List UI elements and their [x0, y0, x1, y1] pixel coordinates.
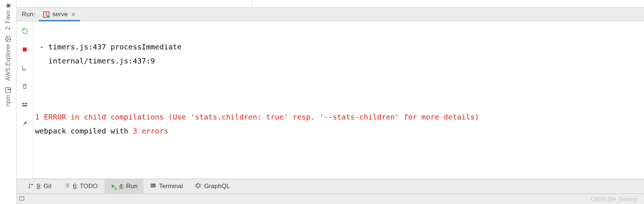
svg-rect-6 [151, 183, 156, 187]
pin-button[interactable] [20, 118, 30, 128]
git-icon [28, 183, 34, 190]
run-panel-title: Run: [18, 11, 39, 18]
list-icon [64, 183, 70, 190]
npm-icon [5, 87, 11, 93]
bottom-tab-todo[interactable]: 6: TODO [58, 179, 104, 193]
status-bar: CSDN @H_Dsheng [17, 194, 644, 204]
close-icon[interactable]: ✕ [71, 11, 76, 18]
console-error-line: 1 ERROR in child compilations (Use 'stat… [35, 113, 479, 121]
stop-button[interactable] [20, 44, 30, 55]
sidebar-item-npm[interactable]: npm [5, 85, 11, 108]
console-text: webpack compiled with [35, 127, 133, 135]
bottom-tab-graphql[interactable]: GraphQL [189, 179, 236, 193]
svg-rect-5 [22, 105, 27, 107]
svg-rect-3 [22, 103, 24, 104]
console-error-count: 3 errors [133, 127, 168, 135]
main-area: Run: serve ✕ [17, 0, 644, 204]
bottom-tab-terminal[interactable]: Terminal [144, 179, 188, 193]
sidebar-label: npm [5, 95, 11, 106]
scroll-to-end-button[interactable] [20, 63, 30, 73]
svg-rect-1 [7, 89, 11, 90]
console-line: internal/timers.js:437:9 [35, 56, 155, 65]
terminal-icon [150, 183, 156, 190]
window-icon[interactable] [19, 196, 25, 203]
star-icon [5, 2, 11, 9]
bottom-tab-label: 9: Git [37, 183, 52, 190]
console-line: webpack compiled with 3 errors [35, 127, 168, 135]
console-line: - timers.js:437 processImmediate [35, 42, 181, 51]
sidebar-label: 2: Favo [5, 10, 11, 30]
bottom-tool-bar: 9: Git 6: TODO 4: Run Terminal [17, 179, 644, 194]
cube-icon [5, 36, 11, 42]
console-output[interactable]: - timers.js:437 processImmediate interna… [33, 21, 644, 179]
graphql-icon [195, 183, 201, 190]
bottom-tab-git[interactable]: 9: Git [22, 179, 58, 193]
svg-rect-0 [6, 87, 11, 93]
sidebar-item-aws-explorer[interactable]: AWS Explorer [5, 34, 11, 82]
run-config-icon [43, 11, 49, 18]
breadcrumb-bar [17, 0, 644, 7]
rerun-button[interactable] [20, 26, 30, 36]
play-icon [110, 183, 116, 189]
sidebar-label: AWS Explorer [5, 44, 11, 81]
breadcrumb-left [17, 0, 252, 7]
bottom-tab-label: GraphQL [204, 183, 230, 190]
watermark-text: CSDN @H_Dsheng [591, 196, 637, 202]
bottom-tab-run[interactable]: 4: Run [104, 179, 143, 193]
svg-rect-13 [20, 197, 24, 200]
run-tab-bar: Run: serve ✕ [17, 7, 644, 21]
left-tool-strip: 2: Favo AWS Explorer npm [0, 0, 17, 204]
run-tab-serve[interactable]: serve ✕ [39, 8, 80, 21]
bottom-tab-label: Terminal [159, 183, 183, 190]
run-gutter [17, 21, 33, 179]
clear-all-button[interactable] [20, 81, 30, 91]
layout-button[interactable] [20, 100, 30, 110]
tab-label: serve [52, 11, 68, 18]
sidebar-item-favorites[interactable]: 2: Favo [5, 1, 11, 31]
svg-rect-4 [25, 103, 27, 104]
svg-rect-2 [22, 48, 27, 52]
bottom-tab-label: 6: TODO [73, 183, 98, 190]
bottom-tab-label: 4: Run [119, 183, 138, 190]
